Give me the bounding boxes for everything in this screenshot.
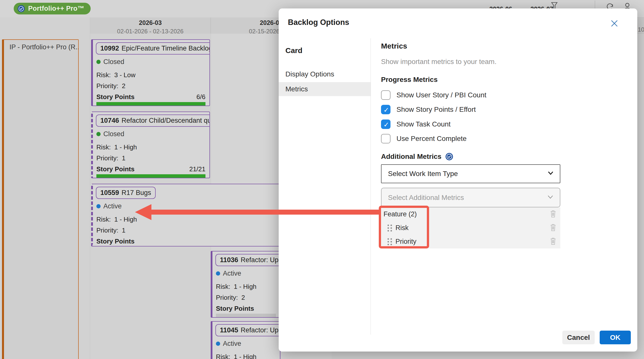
- drag-handle-icon[interactable]: [388, 238, 392, 245]
- card-risk: Risk:1 - High: [96, 216, 276, 223]
- card-status: Active: [96, 202, 276, 210]
- backlog-options-modal: Backlog Options Card Display Options Met…: [279, 8, 637, 352]
- status-dot-icon: [96, 132, 100, 136]
- checkbox[interactable]: ✓: [381, 90, 390, 100]
- card-title: Refactor: Upgr: [241, 326, 280, 334]
- check-icon: ✓: [382, 105, 391, 115]
- card-title-pill[interactable]: 10746Refactor Child/Descendant queries: [96, 114, 210, 127]
- card-title-pill[interactable]: 11045Refactor: Upgr: [216, 324, 280, 336]
- card-id: 10992: [100, 44, 119, 52]
- backlog-card-11036[interactable]: 11036Refactor: Upgr Active Risk:1 - High…: [211, 251, 280, 318]
- card-title: Refactor: Upgr: [241, 256, 280, 264]
- profile-icon[interactable]: [623, 2, 632, 8]
- backlog-card-11045[interactable]: 11045Refactor: Upgr Active Risk:1 - High…: [211, 321, 280, 359]
- checkbox-label[interactable]: Show Story Points / Effort: [396, 106, 476, 114]
- card-risk: Risk:1 - High: [96, 144, 206, 151]
- app-badge-label: Portfolio++ Pro™: [28, 5, 84, 12]
- status-dot-icon: [96, 204, 100, 208]
- backlog-card-10559[interactable]: 10559R17 Bugs Active Risk:1 - High Prior…: [91, 184, 280, 246]
- refresh-icon[interactable]: [606, 2, 614, 8]
- card-id: 10746: [100, 117, 119, 124]
- app-badge: Portfolio++ Pro™: [14, 3, 91, 14]
- checkbox[interactable]: ✓: [381, 105, 390, 114]
- select-placeholder: Select Additional Metrics: [388, 194, 464, 202]
- nav-item-display-options[interactable]: Display Options: [279, 67, 370, 81]
- card-status: Active: [216, 270, 276, 277]
- card-id: 11036: [220, 256, 238, 264]
- metrics-subtitle: Show important metrics to your team.: [381, 58, 496, 66]
- modal-title: Backlog Options: [288, 18, 349, 27]
- card-priority: Priority:2: [216, 294, 276, 302]
- column-divider: [90, 34, 90, 359]
- metric-label-row: Story Points21/21: [96, 165, 206, 173]
- portfolio-row-panel[interactable]: IP - Portfolio++ Pro (R...: [2, 39, 79, 359]
- selected-metrics-list: Feature (2) Risk: [381, 208, 560, 248]
- screen: 2026-03 02-01-2026 - 02-13-2026 2026-04 …: [0, 0, 644, 359]
- column-range: 02-01-2026 - 02-13-2026: [90, 28, 210, 35]
- metric-row-risk[interactable]: Risk: [381, 221, 560, 235]
- nav-section-card: Card: [286, 46, 302, 55]
- card-risk: Risk:3 - Low: [96, 71, 206, 79]
- trash-icon[interactable]: [550, 237, 556, 246]
- chevron-down-icon: [546, 194, 554, 201]
- checkbox[interactable]: ✓: [381, 120, 390, 129]
- card-title: Epic/Feature Timeline Backlog Improvemen…: [122, 44, 210, 52]
- checkbox-row-user-story-count: ✓ Show User Story / PBI Count: [381, 90, 486, 100]
- portfolio-row-label: IP - Portfolio++ Pro (R...: [10, 43, 78, 51]
- backlog-card-10746[interactable]: 10746Refactor Child/Descendant queries C…: [91, 112, 210, 178]
- card-id: 10559: [100, 189, 119, 196]
- feature-group-row: Feature (2): [381, 208, 560, 221]
- trash-icon[interactable]: [550, 224, 556, 232]
- column-month: 2026-03: [90, 19, 210, 26]
- timeline-column-header: 2026-03 02-01-2026 - 02-13-2026: [90, 18, 211, 34]
- ok-button[interactable]: OK: [600, 330, 631, 344]
- check-icon: ✓: [382, 120, 391, 130]
- card-risk: Risk:1 - High: [216, 353, 276, 359]
- metric-label-row: Story Points6/6: [96, 93, 206, 101]
- progress-metrics-heading: Progress Metrics: [381, 76, 438, 84]
- clipped-date-fragment: 10-: [638, 26, 644, 33]
- card-title: R17 Bugs: [122, 189, 151, 196]
- card-title-pill[interactable]: 11036Refactor: Upgr: [216, 254, 280, 266]
- metric-item-label: Risk: [396, 224, 409, 232]
- card-priority: Priority:1: [96, 226, 276, 234]
- checkbox-label[interactable]: Show User Story / PBI Count: [396, 91, 486, 99]
- checkbox-row-percent-complete: ✓ Use Percent Complete: [381, 133, 467, 144]
- drag-handle-icon[interactable]: [388, 224, 392, 232]
- metric-label-row: Story Points: [216, 305, 276, 312]
- metric-row-priority[interactable]: Priority: [381, 235, 560, 248]
- card-id: 11045: [220, 326, 238, 334]
- card-priority: Priority:2: [96, 82, 206, 90]
- additional-metrics-select[interactable]: Select Additional Metrics: [381, 188, 560, 208]
- status-dot-icon: [216, 271, 220, 276]
- nav-divider: [370, 38, 371, 334]
- status-dot-icon: [216, 342, 220, 346]
- card-title-pill[interactable]: 10559R17 Bugs: [96, 187, 156, 199]
- backlog-card-10992[interactable]: 10992Epic/Feature Timeline Backlog Impro…: [91, 39, 210, 106]
- feature-group-title: Feature (2): [384, 210, 417, 218]
- work-item-type-select[interactable]: Select Work Item Type: [381, 164, 560, 183]
- trash-icon[interactable]: [550, 210, 556, 219]
- filter-icon[interactable]: [551, 2, 558, 8]
- checkbox-label[interactable]: Use Percent Complete: [396, 135, 467, 143]
- card-title-pill[interactable]: 10992Epic/Feature Timeline Backlog Impro…: [96, 42, 210, 54]
- additional-metrics-heading: Additional Metrics: [381, 152, 454, 161]
- card-risk: Risk:1 - High: [216, 283, 276, 290]
- metric-item-label: Priority: [396, 238, 416, 246]
- card-status: Closed: [96, 58, 206, 66]
- status-dot-icon: [96, 60, 100, 64]
- card-status: Closed: [96, 130, 206, 138]
- checkbox[interactable]: ✓: [381, 134, 390, 144]
- card-status: Active: [216, 340, 276, 348]
- cancel-button[interactable]: Cancel: [562, 330, 595, 344]
- progress-bar: [96, 102, 206, 106]
- chevron-down-icon: [547, 171, 554, 177]
- nav-item-metrics[interactable]: Metrics: [279, 82, 370, 96]
- progress-bar: [216, 314, 276, 318]
- checkbox-row-task-count: ✓ Show Task Count: [381, 119, 450, 130]
- close-icon[interactable]: [610, 18, 619, 28]
- checkbox-label[interactable]: Show Task Count: [396, 120, 450, 128]
- toolbar-divider: [595, 0, 595, 8]
- card-title: Refactor Child/Descendant queries: [122, 117, 210, 124]
- checkbox-row-story-points: ✓ Show Story Points / Effort: [381, 104, 476, 115]
